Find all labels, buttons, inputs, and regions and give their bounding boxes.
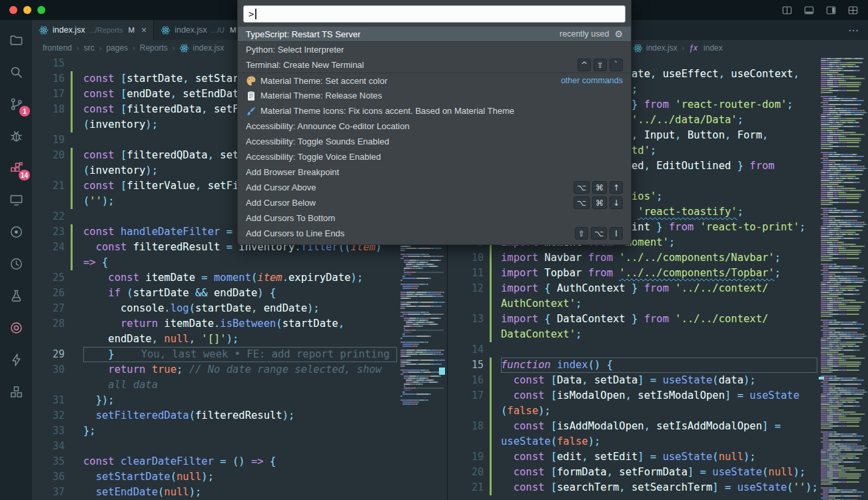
code-line-19[interactable]: 19 const [edit, setEdit] = useState(null… bbox=[448, 449, 818, 465]
code-line-10[interactable]: 10import Navbar from '../../components/N… bbox=[448, 250, 818, 266]
activity-extensions-icon[interactable]: 14 bbox=[0, 152, 32, 184]
code-line-31[interactable]: 31 }); bbox=[32, 393, 398, 408]
command-item[interactable]: Material Theme: Set accent colorother co… bbox=[238, 73, 631, 88]
command-label: Add Cursors To Bottom bbox=[246, 213, 335, 223]
code-line-18[interactable]: 18 const [isAddModalOpen, setIsAddModalO… bbox=[448, 419, 818, 434]
code-line-36[interactable]: 36 setStartDate(null); bbox=[32, 469, 398, 485]
command-label: Material Theme: Set accent color bbox=[260, 76, 388, 86]
code-line-11[interactable]: 11import Topbar from '../../components/T… bbox=[448, 266, 818, 281]
breadcrumb-item[interactable]: Reports bbox=[140, 43, 168, 53]
command-item[interactable]: Add Browser Breakpoint bbox=[238, 164, 631, 180]
activity-record-icon[interactable] bbox=[0, 216, 32, 248]
toggle-panel-icon[interactable] bbox=[803, 5, 815, 16]
editor-tab[interactable]: index.jsx.../ReportsM× bbox=[32, 20, 154, 40]
breadcrumb-item[interactable]: index.jsx bbox=[179, 43, 224, 53]
command-item[interactable]: Add Cursors To Bottom bbox=[238, 210, 631, 226]
activity-badge: 14 bbox=[19, 170, 30, 180]
code-line-14[interactable]: 14 bbox=[448, 342, 818, 358]
command-label: Accessibility: Announce Co-editor Locati… bbox=[246, 121, 410, 131]
close-tab-icon[interactable]: × bbox=[141, 25, 147, 35]
code-line-20[interactable]: 20 const [formData, setFormData] = useSt… bbox=[448, 465, 818, 480]
code-line-16[interactable]: 16 const [Data, setData] = useState(data… bbox=[448, 373, 818, 388]
git-status-badge: M bbox=[230, 26, 236, 34]
code-line-wrap[interactable]: all data bbox=[32, 377, 398, 393]
command-list: TypeScript: Restart TS Serverrecently us… bbox=[238, 27, 631, 245]
activity-badge: 1 bbox=[19, 106, 30, 117]
close-button[interactable] bbox=[9, 6, 17, 14]
code-line-28[interactable]: 28 return itemDate.isBetween(startDate, bbox=[32, 316, 398, 332]
command-label: Material Theme: Release Notes bbox=[260, 91, 382, 101]
code-line-30[interactable]: 30 return true; // No date range selecte… bbox=[32, 362, 398, 377]
editor-tab[interactable]: index.jsx.../UM bbox=[154, 20, 243, 40]
command-item[interactable]: TypeScript: Restart TS Serverrecently us… bbox=[238, 27, 631, 42]
code-line-wrap[interactable]: => { bbox=[32, 255, 398, 270]
zoom-button[interactable] bbox=[37, 6, 45, 14]
gear-icon[interactable]: ⚙ bbox=[614, 29, 623, 39]
breadcrumb-item[interactable]: src bbox=[84, 43, 95, 53]
customize-layout-icon[interactable] bbox=[847, 5, 859, 16]
command-item[interactable]: Accessibility: Toggle Sounds Enabled bbox=[238, 134, 631, 149]
activity-files-icon[interactable] bbox=[0, 24, 32, 56]
minimize-button[interactable] bbox=[23, 6, 31, 14]
minimap-right[interactable] bbox=[818, 56, 868, 500]
breadcrumb-symbol[interactable]: ƒxindex bbox=[689, 43, 722, 53]
activity-boxes-icon[interactable] bbox=[0, 375, 32, 407]
split-editor-icon[interactable] bbox=[781, 5, 793, 16]
code-line-15[interactable]: 15function index() { bbox=[448, 358, 818, 373]
code-line-wrap[interactable]: useState(false); bbox=[448, 434, 818, 449]
code-line-26[interactable]: 26 if (startDate && endDate) { bbox=[32, 286, 398, 301]
activity-source-control-icon[interactable]: 1 bbox=[0, 88, 32, 120]
breadcrumb-item[interactable]: frontend bbox=[43, 43, 72, 53]
code-line-29[interactable]: 29 }You, last week • FE: add report prin… bbox=[32, 347, 398, 362]
command-item[interactable]: Python: Select Interpreter bbox=[238, 42, 631, 57]
palette-icon bbox=[246, 75, 256, 86]
command-item[interactable]: Terminal: Create New Terminal^⇧` bbox=[238, 57, 631, 73]
command-item[interactable]: Add Cursors to Line Ends⇧⌥I bbox=[238, 226, 631, 241]
code-line-wrap[interactable]: AuthContext'; bbox=[448, 296, 818, 312]
react-file-icon bbox=[179, 43, 189, 53]
code-line-wrap[interactable]: endDate, null, '[]'); bbox=[32, 332, 398, 347]
minimap-marker bbox=[439, 368, 445, 375]
code-line-32[interactable]: 32 setFilteredData(filteredResult); bbox=[32, 408, 398, 423]
code-line-wrap[interactable]: DataContext'; bbox=[448, 327, 818, 342]
tab-path: .../Reports bbox=[89, 26, 123, 34]
command-label: Add Browser Breakpoint bbox=[246, 167, 339, 177]
code-line-17[interactable]: 17 const [isModalOpen, setIsModalOpen] =… bbox=[448, 388, 818, 403]
activity-debug-icon[interactable] bbox=[0, 120, 32, 152]
code-line-wrap[interactable]: (false); bbox=[448, 403, 818, 419]
notes-icon bbox=[246, 91, 256, 101]
command-item[interactable]: Add Cursor Above⌥⌘↑ bbox=[238, 180, 631, 195]
code-line-25[interactable]: 25 const itemDate = moment(item.expiryDa… bbox=[32, 270, 398, 286]
command-input[interactable]: > bbox=[243, 5, 626, 23]
activity-flask-icon[interactable] bbox=[0, 280, 32, 312]
code-line-27[interactable]: 27 console.log(startDate, endDate); bbox=[32, 301, 398, 316]
command-item[interactable]: Accessibility: Toggle Voice Enabled bbox=[238, 149, 631, 164]
activity-lens-icon[interactable] bbox=[0, 312, 32, 344]
code-line-33[interactable]: 33}; bbox=[32, 423, 398, 439]
code-line-21[interactable]: 21 const [searchTerm, setSearchTerm] = u… bbox=[448, 480, 818, 495]
group-label: recently used bbox=[560, 29, 609, 39]
code-line-34[interactable]: 34 bbox=[32, 439, 398, 454]
activity-remote-icon[interactable] bbox=[0, 184, 32, 216]
other-commands-link[interactable]: other commands bbox=[561, 76, 623, 85]
activity-search-icon[interactable] bbox=[0, 56, 32, 88]
breadcrumb-item[interactable]: pages bbox=[106, 43, 128, 53]
command-label: Material Theme Icons: Fix icons accent. … bbox=[260, 106, 514, 116]
command-item[interactable]: Material Theme Icons: Fix icons accent. … bbox=[238, 103, 631, 119]
activity-clock-icon[interactable] bbox=[0, 248, 32, 280]
more-tabs-icon[interactable]: ⋯ bbox=[839, 24, 868, 37]
brush-icon bbox=[246, 106, 256, 117]
command-item[interactable]: Add Cursor Below⌥⌘↓ bbox=[238, 195, 631, 210]
code-line-13[interactable]: 13import { DataContext } from '../../con… bbox=[448, 312, 818, 327]
command-item[interactable]: Accessibility: Announce Co-editor Locati… bbox=[238, 119, 631, 134]
command-item[interactable]: Add Cursors To Top bbox=[238, 241, 631, 245]
command-item[interactable]: Material Theme: Release Notes bbox=[238, 88, 631, 103]
code-line-37[interactable]: 37 setEndDate(null); bbox=[32, 485, 398, 500]
breadcrumb-item[interactable]: index.jsx bbox=[633, 43, 677, 53]
command-label: TypeScript: Restart TS Server bbox=[246, 29, 360, 39]
code-line-35[interactable]: 35const clearDateFilter = () => { bbox=[32, 454, 398, 469]
activity-zap-icon[interactable] bbox=[0, 344, 32, 375]
code-line-12[interactable]: 12import { AuthContext } from '../../con… bbox=[448, 281, 818, 296]
toggle-secondary-sidebar-icon[interactable] bbox=[825, 5, 837, 16]
command-label: Add Cursor Above bbox=[246, 182, 316, 192]
